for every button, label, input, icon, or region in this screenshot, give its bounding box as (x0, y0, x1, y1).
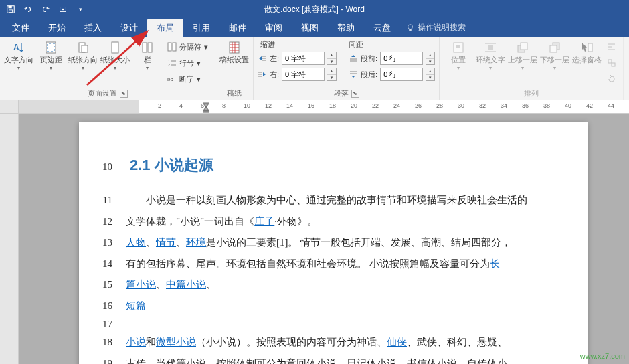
horizontal-ruler[interactable]: 2468101214161820222426283032343638404244 (0, 100, 629, 114)
svg-point-5 (408, 24, 413, 29)
group-page-setup: A 文字方向▾ 页边距▾ 纸张方向▾ 纸张大小▾ 栏▾ 分隔符 ▾ 12行号 (0, 37, 215, 100)
line-content[interactable]: 篇小说、中篇小说、 (126, 276, 547, 294)
line-content[interactable]: 短篇 (126, 298, 547, 315)
qat-customize-icon[interactable]: ▾ (72, 1, 88, 17)
tab-layout[interactable]: 布局 (147, 19, 183, 37)
group-paragraph: 缩进 间距 左: 0 字符 ▲▼ 段前: 0 行 ▲▼ 右: 0 字符 ▲▼ (254, 37, 440, 100)
tab-file[interactable]: 文件 (3, 19, 39, 37)
svg-rect-53 (612, 63, 615, 66)
doc-line[interactable]: 15篇小说、中篇小说、 (92, 276, 547, 294)
indent-left-icon (258, 54, 267, 63)
line-number: 14 (92, 258, 126, 270)
text-direction-button[interactable]: A 文字方向▾ (4, 39, 33, 71)
hyperlink[interactable]: 小说 (126, 337, 146, 347)
tab-review[interactable]: 审阅 (256, 19, 292, 37)
paragraph-dialog-launcher[interactable]: ⬊ (351, 90, 359, 98)
hyperlink[interactable]: 微型小说 (156, 337, 196, 347)
tab-view[interactable]: 视图 (292, 19, 328, 37)
doc-line[interactable]: 14有的包括序幕、尾声。环境包括自然环境和社会环境。 小说按照篇幅及容量可分为长 (92, 256, 547, 273)
tab-home[interactable]: 开始 (39, 19, 75, 37)
spacing-after-spinner[interactable]: ▲▼ (426, 68, 435, 81)
svg-rect-52 (608, 60, 612, 63)
svg-text:bc: bc (167, 76, 173, 82)
svg-rect-40 (456, 45, 460, 48)
send-backward-button: 下移一层▾ (540, 39, 569, 71)
doc-line[interactable]: 12文学体裁，"小说"一词出自《庄子·外物》。 (92, 213, 547, 231)
orientation-button[interactable]: 纸张方向▾ (68, 39, 98, 71)
hyperlink[interactable]: 庄子 (254, 216, 274, 227)
spacing-after-input[interactable]: 0 行 (380, 68, 423, 81)
hyperlink[interactable]: 短篇 (126, 300, 146, 311)
spacing-after-icon (349, 70, 358, 79)
hyperlink[interactable]: 篇小说 (126, 279, 156, 290)
line-number: 16 (92, 300, 126, 312)
rotate-button (604, 72, 619, 86)
indent-left-spinner[interactable]: ▲▼ (327, 52, 337, 65)
hyperlink[interactable]: 情节 (156, 237, 176, 248)
tab-mailings[interactable]: 邮件 (219, 19, 256, 37)
title-bar: ▾ 散文.docx [兼容模式] - Word (0, 0, 629, 19)
margins-button[interactable]: 页边距▾ (36, 39, 66, 71)
svg-rect-15 (148, 43, 152, 52)
group-manuscript: 稿纸设置 稿纸 (215, 37, 254, 100)
indent-right-spinner[interactable]: ▲▼ (327, 68, 337, 81)
tab-references[interactable]: 引用 (183, 19, 219, 37)
hyperlink[interactable]: 长 (490, 258, 500, 269)
indent-right-input[interactable]: 0 字符 (282, 68, 325, 81)
line-content[interactable]: 文学体裁，"小说"一词出自《庄子·外物》。 (126, 213, 547, 231)
selection-pane-button[interactable]: 选择窗格 (572, 39, 602, 64)
svg-rect-2 (9, 10, 12, 13)
hyphenation-button[interactable]: bc断字 ▾ (165, 72, 211, 86)
spacing-before-spinner[interactable]: ▲▼ (426, 52, 435, 65)
breaks-button[interactable]: 分隔符 ▾ (165, 39, 211, 54)
columns-button[interactable]: 栏▾ (132, 39, 162, 71)
tell-me-search[interactable]: 操作说明搜索 (406, 19, 466, 37)
svg-text:A: A (13, 43, 19, 52)
spacing-before-label: 段前: (361, 54, 377, 64)
line-numbers-button[interactable]: 12行号 ▾ (165, 56, 211, 70)
vertical-ruler[interactable] (0, 114, 19, 364)
group-label-arrange: 排列 (444, 88, 619, 98)
touch-mode-icon[interactable] (55, 1, 71, 17)
line-content[interactable]: 古传、当代等小说。按照体制可分为章回体小说、日记体小说、书信体小说、自传体小 (126, 355, 547, 364)
manuscript-settings-button[interactable]: 稿纸设置 (219, 39, 249, 64)
group-label-manuscript: 稿纸 (219, 88, 249, 98)
doc-line[interactable]: 16短篇 (92, 298, 547, 315)
doc-line[interactable]: 19古传、当代等小说。按照体制可分为章回体小说、日记体小说、书信体小说、自传体小 (92, 355, 547, 364)
indent-right-label: 右: (270, 70, 279, 80)
lightbulb-icon (406, 23, 415, 33)
tab-insert[interactable]: 插入 (75, 19, 111, 37)
tab-design[interactable]: 设计 (111, 19, 147, 37)
doc-line[interactable]: 17 (92, 318, 547, 330)
redo-icon[interactable] (37, 1, 54, 17)
spacing-before-input[interactable]: 0 行 (380, 52, 423, 65)
svg-rect-54 (203, 111, 209, 113)
line-content[interactable]: 人物、情节、环境是小说的三要素[1]。 情节一般包括开端、发展、高潮、结局四部分… (126, 234, 547, 252)
spacing-before-icon (349, 54, 358, 63)
page-setup-dialog-launcher[interactable]: ⬊ (120, 90, 128, 98)
line-content[interactable]: 小说和微型小说（小小说）。按照表现的内容可分为神话、仙侠、武侠、科幻、悬疑、 (126, 334, 547, 351)
doc-line[interactable]: 102.1 小说起源 (92, 153, 547, 177)
save-icon[interactable] (3, 1, 19, 17)
size-button[interactable]: 纸张大小▾ (100, 39, 130, 71)
doc-line[interactable]: 11小说是一种以刻画人物形象为中心、通过完整的故事情节和环境描写来反映社会生活的 (92, 192, 547, 209)
spacing-after-label: 段后: (361, 70, 377, 80)
hyperlink[interactable]: 中篇小说 (166, 279, 206, 290)
tab-cloud[interactable]: 云盘 (364, 19, 400, 37)
line-content[interactable]: 有的包括序幕、尾声。环境包括自然环境和社会环境。 小说按照篇幅及容量可分为长 (126, 256, 547, 273)
hyperlink[interactable]: 人物 (126, 237, 146, 248)
line-number: 15 (92, 279, 126, 290)
document-area[interactable]: 102.1 小说起源11小说是一种以刻画人物形象为中心、通过完整的故事情节和环境… (19, 114, 629, 364)
hyperlink[interactable]: 环境 (186, 237, 206, 248)
indent-left-input[interactable]: 0 字符 (282, 52, 325, 65)
doc-line[interactable]: 18小说和微型小说（小小说）。按照表现的内容可分为神话、仙侠、武侠、科幻、悬疑、 (92, 334, 547, 351)
indent-right-icon (258, 70, 267, 79)
line-content[interactable]: 2.1 小说起源 (130, 153, 547, 177)
tab-help[interactable]: 帮助 (328, 19, 364, 37)
svg-rect-17 (173, 43, 176, 51)
svg-rect-14 (143, 43, 147, 52)
undo-icon[interactable] (20, 1, 36, 17)
line-content[interactable]: 小说是一种以刻画人物形象为中心、通过完整的故事情节和环境描写来反映社会生活的 (126, 192, 547, 209)
doc-line[interactable]: 13人物、情节、环境是小说的三要素[1]。 情节一般包括开端、发展、高潮、结局四… (92, 234, 547, 252)
hyperlink[interactable]: 仙侠 (387, 337, 407, 347)
